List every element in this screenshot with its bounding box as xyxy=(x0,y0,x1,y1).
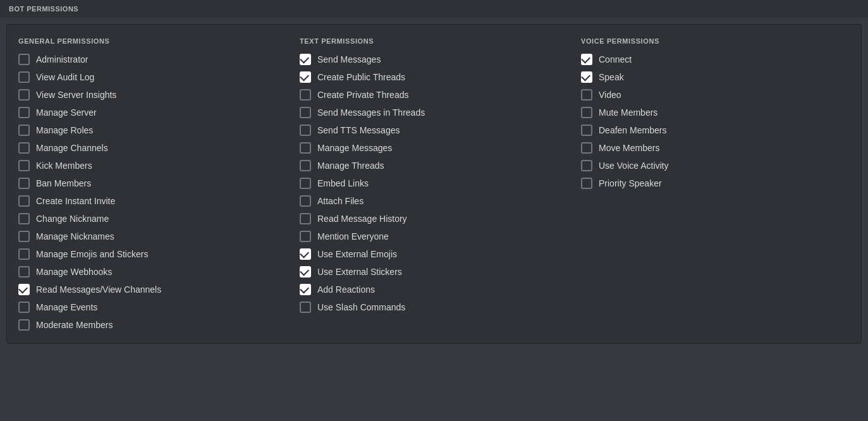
perm-label-0-15: Moderate Members xyxy=(36,320,113,330)
checkbox-2-7[interactable] xyxy=(581,178,592,189)
perm-label-1-0: Send Messages xyxy=(317,54,381,64)
checkbox-0-8[interactable] xyxy=(18,195,30,207)
perm-item-1-0[interactable]: Send Messages xyxy=(300,54,568,65)
checkbox-1-9[interactable] xyxy=(300,213,311,224)
perm-item-1-12[interactable]: Use External Stickers xyxy=(300,266,568,278)
perm-label-1-1: Create Public Threads xyxy=(317,72,405,82)
checkbox-1-0[interactable] xyxy=(300,54,311,65)
checkbox-1-12[interactable] xyxy=(300,266,311,278)
perm-item-1-13[interactable]: Add Reactions xyxy=(300,284,568,295)
perm-label-1-8: Attach Files xyxy=(317,196,364,206)
perm-label-0-8: Create Instant Invite xyxy=(36,196,115,206)
checkbox-1-6[interactable] xyxy=(300,160,311,171)
perm-label-1-3: Send Messages in Threads xyxy=(317,107,425,118)
perm-label-2-4: Deafen Members xyxy=(599,125,666,135)
checkbox-1-7[interactable] xyxy=(300,178,311,189)
perm-item-0-3[interactable]: Manage Server xyxy=(18,107,287,118)
perm-item-2-3[interactable]: Mute Members xyxy=(581,107,850,118)
perm-item-1-5[interactable]: Manage Messages xyxy=(300,142,568,154)
perm-item-0-6[interactable]: Kick Members xyxy=(18,160,287,171)
perm-item-1-4[interactable]: Send TTS Messages xyxy=(300,125,568,136)
column-1: TEXT PERMISSIONSSend MessagesCreate Publ… xyxy=(287,37,568,331)
checkbox-1-5[interactable] xyxy=(300,142,311,154)
perm-item-0-11[interactable]: Manage Emojis and Stickers xyxy=(18,248,287,260)
perm-label-0-0: Administrator xyxy=(36,54,88,64)
perm-item-2-5[interactable]: Move Members xyxy=(581,142,850,154)
perm-label-0-12: Manage Webhooks xyxy=(36,267,112,277)
perm-item-0-12[interactable]: Manage Webhooks xyxy=(18,266,287,278)
checkbox-0-14[interactable] xyxy=(18,302,30,313)
perm-item-0-14[interactable]: Manage Events xyxy=(18,302,287,313)
checkbox-0-15[interactable] xyxy=(18,319,30,331)
checkbox-0-11[interactable] xyxy=(18,248,30,260)
perm-item-0-13[interactable]: Read Messages/View Channels xyxy=(18,284,287,295)
checkbox-2-0[interactable] xyxy=(581,54,592,65)
checkbox-1-10[interactable] xyxy=(300,231,311,242)
perm-item-2-7[interactable]: Priority Speaker xyxy=(581,178,850,189)
perm-item-1-7[interactable]: Embed Links xyxy=(300,178,568,189)
perm-item-1-9[interactable]: Read Message History xyxy=(300,213,568,224)
checkbox-2-5[interactable] xyxy=(581,142,592,154)
checkbox-0-12[interactable] xyxy=(18,266,30,278)
perm-item-0-10[interactable]: Manage Nicknames xyxy=(18,231,287,242)
perm-item-2-4[interactable]: Deafen Members xyxy=(581,125,850,136)
perm-item-0-9[interactable]: Change Nickname xyxy=(18,213,287,224)
title-text: BOT PERMISSIONS xyxy=(9,5,78,13)
perm-item-0-0[interactable]: Administrator xyxy=(18,54,287,65)
perm-item-0-4[interactable]: Manage Roles xyxy=(18,125,287,136)
checkbox-0-9[interactable] xyxy=(18,213,30,224)
perm-item-1-11[interactable]: Use External Emojis xyxy=(300,248,568,260)
perm-item-1-2[interactable]: Create Private Threads xyxy=(300,89,568,101)
checkbox-0-1[interactable] xyxy=(18,71,30,83)
perm-label-0-14: Manage Events xyxy=(36,302,97,312)
perm-item-0-8[interactable]: Create Instant Invite xyxy=(18,195,287,207)
perm-label-1-14: Use Slash Commands xyxy=(317,302,405,312)
checkbox-0-4[interactable] xyxy=(18,125,30,136)
perm-item-2-6[interactable]: Use Voice Activity xyxy=(581,160,850,171)
checkbox-0-13[interactable] xyxy=(18,284,30,295)
section-title-0: GENERAL PERMISSIONS xyxy=(18,37,287,45)
column-2: VOICE PERMISSIONSConnectSpeakVideoMute M… xyxy=(568,37,850,331)
perm-label-0-6: Kick Members xyxy=(36,161,92,171)
checkbox-1-1[interactable] xyxy=(300,71,311,83)
perm-item-1-3[interactable]: Send Messages in Threads xyxy=(300,107,568,118)
checkbox-1-11[interactable] xyxy=(300,248,311,260)
checkbox-1-13[interactable] xyxy=(300,284,311,295)
column-0: GENERAL PERMISSIONSAdministratorView Aud… xyxy=(18,37,287,331)
checkbox-0-0[interactable] xyxy=(18,54,30,65)
checkbox-2-1[interactable] xyxy=(581,71,592,83)
perm-label-2-7: Priority Speaker xyxy=(599,178,662,188)
checkbox-2-2[interactable] xyxy=(581,89,592,101)
perm-item-0-5[interactable]: Manage Channels xyxy=(18,142,287,154)
checkbox-1-3[interactable] xyxy=(300,107,311,118)
perm-item-2-0[interactable]: Connect xyxy=(581,54,850,65)
checkbox-0-3[interactable] xyxy=(18,107,30,118)
perm-item-0-1[interactable]: View Audit Log xyxy=(18,71,287,83)
perm-label-1-2: Create Private Threads xyxy=(317,90,408,100)
checkbox-1-8[interactable] xyxy=(300,195,311,207)
perm-item-1-10[interactable]: Mention Everyone xyxy=(300,231,568,242)
perm-item-0-15[interactable]: Moderate Members xyxy=(18,319,287,331)
checkbox-2-3[interactable] xyxy=(581,107,592,118)
perm-item-1-14[interactable]: Use Slash Commands xyxy=(300,302,568,313)
perm-item-1-1[interactable]: Create Public Threads xyxy=(300,71,568,83)
checkbox-0-10[interactable] xyxy=(18,231,30,242)
checkbox-0-6[interactable] xyxy=(18,160,30,171)
checkbox-1-4[interactable] xyxy=(300,125,311,136)
checkbox-0-2[interactable] xyxy=(18,89,30,101)
perm-item-0-2[interactable]: View Server Insights xyxy=(18,89,287,101)
checkbox-0-7[interactable] xyxy=(18,178,30,189)
perm-item-2-2[interactable]: Video xyxy=(581,89,850,101)
checkbox-1-2[interactable] xyxy=(300,89,311,101)
perm-label-0-10: Manage Nicknames xyxy=(36,231,114,241)
perm-label-2-6: Use Voice Activity xyxy=(599,161,669,171)
perm-item-0-7[interactable]: Ban Members xyxy=(18,178,287,189)
checkbox-2-6[interactable] xyxy=(581,160,592,171)
checkbox-2-4[interactable] xyxy=(581,125,592,136)
perm-item-1-8[interactable]: Attach Files xyxy=(300,195,568,207)
checkbox-0-5[interactable] xyxy=(18,142,30,154)
checkbox-1-14[interactable] xyxy=(300,302,311,313)
perm-item-1-6[interactable]: Manage Threads xyxy=(300,160,568,171)
perm-item-2-1[interactable]: Speak xyxy=(581,71,850,83)
perm-label-0-11: Manage Emojis and Stickers xyxy=(36,249,148,259)
